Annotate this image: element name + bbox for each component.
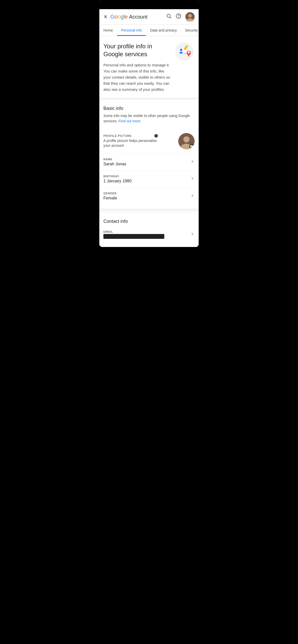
- hero-text: Your profile info in Google services Per…: [103, 42, 171, 93]
- profile-pic-label: PROFILE PICTURE: [103, 134, 178, 137]
- svg-point-5: [188, 14, 192, 18]
- camera-overlay-icon: [189, 144, 194, 149]
- tab-security[interactable]: Security: [181, 25, 199, 36]
- birthday-row-left: BIRTHDAY 1 January 1980: [103, 175, 190, 183]
- svg-point-0: [167, 14, 170, 18]
- email-value: sarahjonaspageflows@gmail.com: [103, 234, 164, 239]
- birthday-chevron-icon: [190, 176, 195, 182]
- header-title: Account: [129, 14, 147, 20]
- name-row[interactable]: NAME Sarah Jonas: [103, 154, 195, 171]
- app-header: ✕ Google Account: [99, 9, 199, 25]
- section-divider-2: [99, 209, 199, 211]
- nav-tabs: Home Personal info Data and privacy Secu…: [99, 25, 199, 36]
- email-redacted-text: sarahjonaspageflows@gmail.com: [103, 234, 164, 239]
- birthday-label: BIRTHDAY: [103, 175, 190, 178]
- profile-pic-container[interactable]: [178, 133, 195, 149]
- tab-personal-info[interactable]: Personal info: [117, 25, 146, 36]
- svg-point-9: [179, 52, 183, 54]
- main-content: Your profile info in Google services Per…: [99, 36, 199, 247]
- name-value: Sarah Jonas: [103, 162, 190, 166]
- name-label: NAME: [103, 158, 190, 161]
- basic-info-section: Basic info Some info may be visible to o…: [99, 100, 199, 209]
- header-icons: [166, 12, 195, 21]
- gender-chevron-icon: [190, 193, 195, 199]
- contact-info-section: Contact info EMAIL sarahjonaspageflows@g…: [99, 213, 199, 247]
- profile-pic-left: PROFILE PICTURE A profile picture helps …: [103, 134, 178, 148]
- avatar[interactable]: [185, 12, 195, 21]
- tab-home[interactable]: Home: [99, 25, 117, 36]
- svg-point-8: [180, 49, 182, 51]
- svg-point-18: [183, 136, 189, 142]
- email-row-left: EMAIL sarahjonaspageflows@gmail.com: [103, 230, 164, 239]
- help-icon[interactable]: [176, 13, 181, 20]
- profile-picture-row[interactable]: PROFILE PICTURE A profile picture helps …: [103, 129, 195, 154]
- hero-illustration: [174, 42, 195, 61]
- hero-title: Your profile info in Google services: [103, 42, 171, 58]
- basic-info-title: Basic info: [103, 106, 195, 111]
- status-bar: [99, 0, 199, 9]
- email-chevron-icon: [190, 232, 195, 238]
- contact-info-title: Contact info: [103, 219, 195, 224]
- name-row-left: NAME Sarah Jonas: [103, 158, 190, 166]
- search-icon[interactable]: [166, 13, 172, 20]
- illustration-circle: [175, 42, 194, 61]
- email-label: EMAIL: [103, 230, 164, 233]
- profile-pic-description: A profile picture helps personalise your…: [103, 138, 165, 148]
- basic-info-subtitle: Some info may be visible to other people…: [103, 113, 195, 124]
- birthday-value: 1 January 1980: [103, 179, 190, 183]
- gender-value: Female: [103, 196, 190, 200]
- birthday-row[interactable]: BIRTHDAY 1 January 1980: [103, 171, 195, 188]
- find-out-more-link[interactable]: Find out more: [118, 119, 140, 123]
- section-divider-1: [99, 98, 199, 100]
- gender-label: GENDER: [103, 192, 190, 195]
- email-row[interactable]: EMAIL sarahjonaspageflows@gmail.com: [103, 226, 195, 243]
- svg-point-15: [188, 51, 190, 53]
- svg-line-1: [170, 17, 171, 18]
- tab-data-privacy[interactable]: Data and privacy: [146, 25, 181, 36]
- google-account-logo: Google Account: [110, 13, 147, 20]
- header-left: ✕ Google Account: [103, 13, 147, 20]
- hero-description: Personal info and options to manage it. …: [103, 62, 171, 93]
- gender-row-left: GENDER Female: [103, 192, 190, 200]
- close-icon[interactable]: ✕: [103, 14, 108, 20]
- svg-marker-16: [187, 54, 190, 57]
- name-chevron-icon: [190, 159, 195, 165]
- hero-section: Your profile info in Google services Per…: [99, 36, 199, 98]
- svg-rect-11: [183, 51, 185, 51]
- gender-row[interactable]: GENDER Female: [103, 188, 195, 204]
